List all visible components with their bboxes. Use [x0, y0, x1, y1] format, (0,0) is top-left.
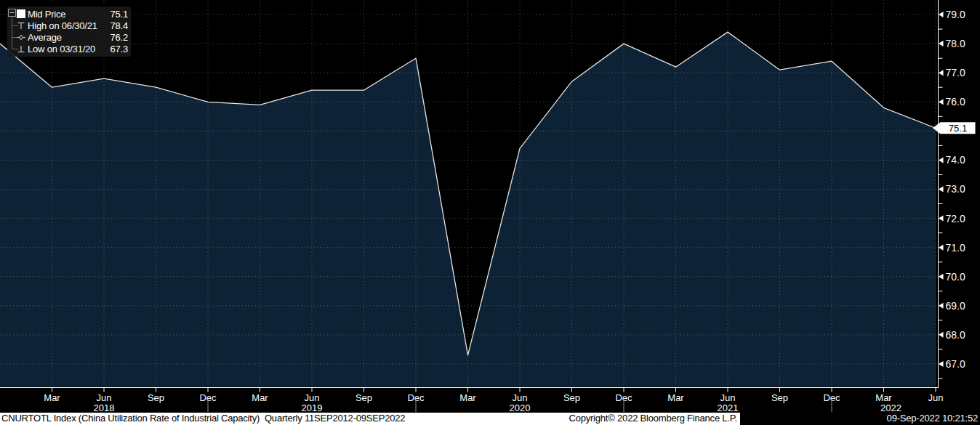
x-axis-label: Mar — [44, 392, 60, 403]
y-axis-label: 79.0 — [946, 9, 965, 20]
legend-item-average[interactable]: Average 76.2 — [9, 31, 128, 43]
y-axis-label: 74.0 — [946, 154, 965, 166]
x-axis-year-label: 2022 — [880, 402, 901, 413]
average-marker-icon — [16, 32, 26, 42]
footer-bar: CNURTOTL Index (China Utilization Rate o… — [0, 413, 980, 425]
x-axis-year-label: 2021 — [718, 402, 739, 413]
x-axis-label: Sep — [563, 392, 580, 403]
x-axis-label: Jun — [928, 392, 944, 403]
x-axis-label: Mar — [252, 392, 268, 403]
y-axis-label: 70.0 — [946, 271, 965, 283]
legend-value: 76.2 — [110, 32, 128, 43]
x-axis-label: Jun — [513, 392, 528, 403]
y-axis-label: 77.0 — [946, 67, 965, 78]
footer-copyright: Copyright© 2022 Bloomberg Finance L.P. — [569, 413, 737, 425]
footer-timestamp: 09-Sep-2022 10:21:52 — [887, 413, 978, 424]
price-chart[interactable]: MarJun2018SepDecMarJun2019SepDecMarJun20… — [0, 0, 980, 413]
x-axis-label: Jun — [720, 392, 736, 403]
legend-label: Low on 03/31/20 — [28, 44, 95, 54]
x-axis-label: Jun — [97, 392, 112, 403]
bloomberg-chart-window: MarJun2018SepDecMarJun2019SepDecMarJun20… — [0, 0, 980, 425]
y-axis: 79.078.077.076.074.073.072.071.070.069.0… — [939, 9, 965, 379]
x-axis-year-label: 2019 — [302, 402, 323, 413]
x-axis-label: Mar — [667, 392, 684, 403]
high-marker-icon — [16, 20, 26, 31]
x-axis-label: Jun — [305, 392, 320, 403]
x-axis-label: Sep — [771, 392, 788, 403]
x-axis-label: Sep — [148, 392, 164, 403]
y-axis-label: 72.0 — [946, 213, 965, 224]
x-axis-year-label: 2018 — [94, 402, 115, 413]
x-axis-label: Sep — [356, 392, 372, 403]
y-axis-label: 67.0 — [946, 358, 965, 370]
legend-label: Average — [28, 32, 62, 43]
legend-item-low[interactable]: Low on 03/31/20 67.3 — [9, 43, 128, 54]
y-axis-label: 69.0 — [946, 300, 965, 312]
low-marker-icon — [16, 44, 26, 54]
legend-value: 78.4 — [110, 20, 128, 31]
footer-info-strip: CNURTOTL Index (China Utilization Rate o… — [0, 413, 740, 425]
legend-item-mid-price[interactable]: Mid Price 75.1 — [9, 8, 128, 20]
y-axis-label: 78.0 — [946, 38, 965, 49]
legend-value: 67.3 — [110, 44, 128, 54]
y-axis-label: 73.0 — [946, 183, 965, 195]
x-axis-label: Mar — [459, 392, 476, 403]
last-price-tag: 75.1 — [933, 122, 976, 134]
x-axis-year-label: 2020 — [510, 402, 531, 413]
legend-label: High on 06/30/21 — [28, 20, 97, 31]
y-axis-label: 71.0 — [946, 242, 965, 254]
square-marker-icon — [16, 9, 26, 19]
legend-item-high[interactable]: High on 06/30/21 78.4 — [9, 20, 128, 31]
legend-label: Mid Price — [28, 9, 65, 20]
chart-legend: Mid Price 75.1 High on 06/30/21 78.4 Ave… — [7, 7, 131, 57]
x-axis: MarJun2018SepDecMarJun2019SepDecMarJun20… — [44, 387, 943, 413]
last-price-value: 75.1 — [949, 123, 967, 134]
y-axis-label: 68.0 — [946, 329, 965, 341]
y-axis-label: 76.0 — [946, 96, 965, 108]
x-axis-label: Mar — [875, 392, 892, 403]
legend-value: 75.1 — [110, 9, 128, 20]
footer-ticker-text: CNURTOTL Index (China Utilization Rate o… — [1, 413, 405, 425]
